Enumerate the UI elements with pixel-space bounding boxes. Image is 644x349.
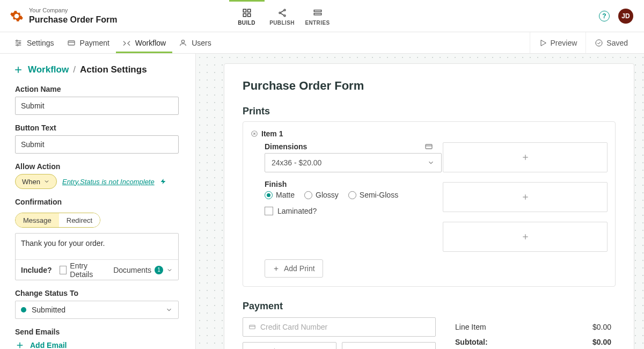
svg-point-14 <box>16 40 18 41</box>
company-name: Your Company <box>29 7 118 14</box>
chevron-down-icon <box>43 178 50 185</box>
subtab-payment[interactable]: Payment <box>61 32 116 53</box>
preview-button[interactable]: Preview <box>530 32 586 53</box>
doc-count-badge: 1 <box>155 266 163 274</box>
plus-icon <box>273 265 280 272</box>
form-title: Purchase Order Form <box>243 79 616 93</box>
add-field-slot[interactable] <box>443 222 608 252</box>
breadcrumb-workflow-link[interactable]: Workflow <box>28 64 69 75</box>
top-header: Your Company Purchase Order Form BUILD P… <box>0 0 644 32</box>
chevron-down-icon <box>166 267 173 273</box>
saved-indicator: Saved <box>586 32 636 53</box>
subtab-settings[interactable]: Settings <box>8 32 61 53</box>
line-item-label: Line Item <box>455 323 486 331</box>
include-label: Include? <box>21 266 52 274</box>
help-icon[interactable]: ? <box>599 11 610 21</box>
subtotal-label: Subtotal: <box>455 338 488 346</box>
svg-point-5 <box>279 12 281 13</box>
checkbox-icon <box>60 266 67 274</box>
check-circle-icon <box>595 39 603 47</box>
svg-point-4 <box>284 9 286 11</box>
workflow-icon <box>122 39 131 47</box>
form-canvas: Purchase Order Form Prints Item 1 Dimens… <box>196 54 644 349</box>
tab-entries[interactable]: ENTRIES <box>300 0 335 32</box>
include-documents[interactable]: Documents 1 <box>113 266 173 274</box>
svg-rect-9 <box>314 10 321 11</box>
subtab-users[interactable]: Users <box>172 32 218 53</box>
allow-action-label: Allow Action <box>15 162 180 171</box>
cc-cvv-input[interactable]: CVV <box>342 342 436 349</box>
sliders-icon <box>14 39 23 47</box>
svg-point-19 <box>181 40 184 42</box>
brand: Your Company Purchase Order Form <box>0 0 127 32</box>
plus-icon <box>521 153 530 162</box>
tab-build[interactable]: BUILD <box>229 0 265 32</box>
user-icon <box>179 39 187 47</box>
action-name-input[interactable] <box>15 97 179 115</box>
svg-point-15 <box>19 42 20 43</box>
finish-matte[interactable]: Matte <box>265 191 295 199</box>
close-circle-icon[interactable] <box>251 130 258 137</box>
confirmation-message[interactable]: Thank you for your order. <box>16 234 178 259</box>
chevron-down-icon <box>165 306 173 314</box>
cc-exp-input[interactable]: MM/YY <box>243 342 336 349</box>
button-text-label: Button Text <box>15 123 180 132</box>
prints-item-box: Item 1 Dimensions 24x36 - $20.00 <box>243 121 616 287</box>
form-preview: Purchase Order Form Prints Item 1 Dimens… <box>224 63 634 349</box>
svg-rect-40 <box>250 325 255 329</box>
seg-message[interactable]: Message <box>16 213 59 227</box>
laminated-checkbox[interactable]: Laminated? <box>265 207 433 215</box>
form-name: Purchase Order Form <box>29 14 118 25</box>
entries-icon <box>313 8 323 18</box>
action-name-label: Action Name <box>15 85 180 93</box>
play-icon <box>539 39 547 47</box>
item-header: Item 1 <box>251 127 608 142</box>
plus-icon[interactable] <box>13 64 24 75</box>
svg-rect-2 <box>243 13 246 16</box>
confirmation-box: Thank you for your order. Include? Entry… <box>15 233 179 280</box>
seg-redirect[interactable]: Redirect <box>59 213 100 227</box>
confirmation-label: Confirmation <box>15 198 180 206</box>
subtotal-value: $0.00 <box>592 338 611 346</box>
avatar[interactable]: JD <box>618 9 633 24</box>
svg-point-16 <box>17 44 18 46</box>
svg-line-7 <box>281 10 284 12</box>
share-icon <box>277 8 287 18</box>
include-entry-details[interactable]: Entry Details <box>60 261 106 279</box>
breadcrumb-current: Action Settings <box>80 64 147 75</box>
totals-panel: Line Item$0.00 Subtotal:$0.00 <box>444 317 616 349</box>
lightning-icon <box>160 178 166 185</box>
change-status-label: Change Status To <box>15 289 180 297</box>
status-select[interactable]: Submitted <box>15 301 179 319</box>
subtab-workflow[interactable]: Workflow <box>116 32 172 53</box>
prints-section-title: Prints <box>243 106 616 117</box>
add-email-button[interactable]: Add Email <box>15 340 180 349</box>
svg-rect-1 <box>247 9 250 12</box>
add-field-slot[interactable] <box>443 182 608 212</box>
breadcrumb: Workflow / Action Settings <box>13 64 180 75</box>
svg-rect-30 <box>426 144 432 149</box>
card-icon <box>425 142 433 151</box>
chevron-down-icon <box>427 159 435 166</box>
svg-marker-24 <box>160 179 165 184</box>
svg-rect-0 <box>243 9 246 12</box>
button-text-input[interactable] <box>15 135 179 154</box>
svg-rect-17 <box>68 41 75 45</box>
svg-marker-20 <box>541 40 546 46</box>
add-field-slot[interactable] <box>443 142 608 172</box>
finish-semi[interactable]: Semi-Gloss <box>348 191 398 199</box>
svg-point-6 <box>284 14 286 16</box>
add-print-button[interactable]: Add Print <box>265 259 323 278</box>
rule-link[interactable]: Entry.Status is not Incomplete <box>62 178 155 186</box>
send-emails-label: Send Emails <box>15 328 180 336</box>
settings-sidebar: Workflow / Action Settings Action Name B… <box>0 54 196 349</box>
dimensions-label: Dimensions <box>265 142 433 151</box>
finish-glossy[interactable]: Glossy <box>304 191 339 199</box>
tab-publish[interactable]: PUBLISH <box>265 0 300 32</box>
when-pill[interactable]: When <box>15 174 57 189</box>
plus-icon <box>521 232 530 241</box>
status-dot-icon <box>21 307 26 312</box>
dimensions-select[interactable]: 24x36 - $20.00 <box>265 153 442 172</box>
cc-number-input[interactable]: Credit Card Number <box>243 317 436 337</box>
payment-section-title: Payment <box>243 301 616 312</box>
